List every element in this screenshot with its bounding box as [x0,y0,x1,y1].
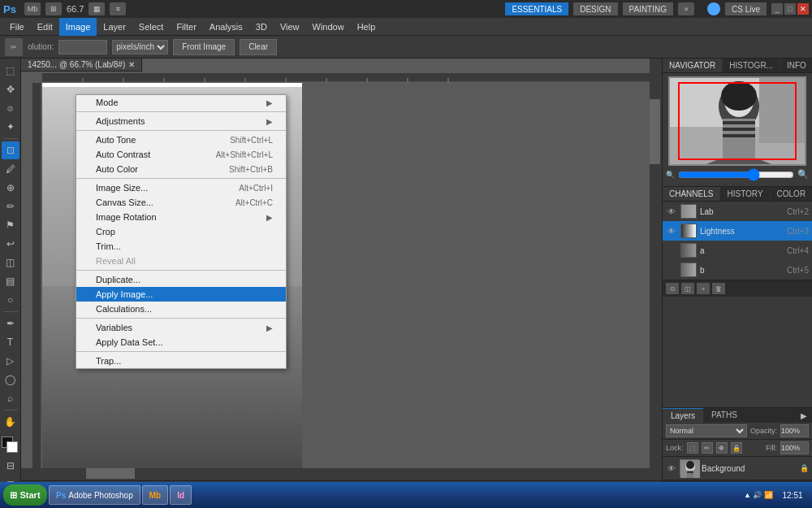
menu-image[interactable]: Image [59,18,97,36]
tab-channels[interactable]: CHANNELS [663,187,720,201]
quick-mask-btn[interactable]: ⊟ [2,457,19,475]
zoom-in-icon[interactable]: 🔍 [797,169,809,180]
channel-eye-lightness[interactable]: 👁 [666,225,677,237]
fill-input[interactable] [780,441,809,454]
tool-lasso[interactable]: ⌾ [2,99,19,117]
load-selection-btn[interactable]: ⊙ [666,283,679,294]
channel-eye-a[interactable]: 👁 [666,245,677,256]
tab-layers[interactable]: Layers [663,408,703,423]
lock-all-btn[interactable]: 🔒 [731,442,742,454]
tab-history[interactable]: HISTORY [720,187,770,201]
menu-3d[interactable]: 3D [249,18,274,36]
tool-brush[interactable]: ✏ [2,198,19,215]
new-channel-btn[interactable]: + [697,283,710,294]
channel-eye-b[interactable]: 👁 [666,264,677,276]
tool-path[interactable]: ▷ [2,352,19,370]
save-selection-btn[interactable]: ◫ [681,283,694,294]
cs-live-btn[interactable]: CS Live [725,2,767,15]
menu-item-apply-image[interactable]: Apply Image... [76,287,286,302]
resolution-input[interactable] [58,40,107,54]
menu-item-image-size[interactable]: Image Size... Alt+Ctrl+I [76,180,286,195]
menu-item-canvas-size[interactable]: Canvas Size... Alt+Ctrl+C [76,195,286,210]
menu-item-auto-color[interactable]: Auto Color Shift+Ctrl+B [76,162,286,176]
menu-item-auto-tone[interactable]: Auto Tone Shift+Ctrl+L [76,132,286,147]
menu-layer[interactable]: Layer [97,18,132,36]
menu-item-apply-dataset[interactable]: Apply Data Set... [76,335,286,350]
vertical-scrollbar[interactable] [650,59,662,484]
menu-analysis[interactable]: Analysis [203,18,249,36]
tool-hand[interactable]: ✋ [2,413,19,431]
channel-row-a[interactable]: 👁 a Ctrl+4 [663,241,812,260]
tool-zoom[interactable]: ⌕ [2,389,19,407]
unit-select[interactable]: pixels/inch [112,40,168,54]
channel-row-lab[interactable]: 👁 Lab Ctrl+2 [663,202,812,221]
taskbar-app-mb[interactable]: Mb [142,485,168,505]
horizontal-scrollbar[interactable] [21,468,650,480]
menu-item-crop[interactable]: Crop [76,224,286,239]
tool-eyedropper[interactable]: 🖉 [2,160,19,178]
channel-row-lightness[interactable]: 👁 Lightness Ctrl+3 [663,221,812,241]
tool-stamp[interactable]: ⚑ [2,216,19,234]
menu-file[interactable]: File [3,18,31,36]
menu-item-adjustments[interactable]: Adjustments ▶ [76,114,286,128]
tool-marquee[interactable]: ⬚ [2,62,19,80]
lock-transparent-btn[interactable]: ⬚ [687,442,698,454]
menu-select[interactable]: Select [132,18,171,36]
painting-btn[interactable]: PAINTING [623,2,673,15]
layer-eye-background[interactable]: 👁 [666,462,677,474]
tool-history-brush[interactable]: ↩ [2,235,19,253]
menu-item-mode[interactable]: Mode ▶ [76,95,286,110]
taskbar-app-id[interactable]: Id [170,485,192,505]
close-btn[interactable]: ✕ [797,3,809,15]
menu-item-variables[interactable]: Variables ▶ [76,320,286,335]
tool-eraser[interactable]: ◫ [2,254,19,271]
minimize-btn[interactable]: _ [771,3,783,15]
layers-expand[interactable]: ▶ [796,408,812,423]
tool-move[interactable]: ✥ [2,80,19,98]
menu-item-trap[interactable]: Trap... [76,354,286,368]
tab-info[interactable]: INFO [780,59,812,72]
more-workspaces-icon[interactable]: » [678,2,694,15]
tool-text[interactable]: T [2,333,19,351]
essentials-btn[interactable]: ESSENTIALS [505,2,568,15]
tab-navigator[interactable]: NAVIGATOR [663,59,723,72]
channel-row-b[interactable]: 👁 b Ctrl+5 [663,260,812,280]
start-button[interactable]: ⊞ Start [3,484,47,506]
tab-paths[interactable]: PATHS [703,408,745,423]
tool-dodge[interactable]: ○ [2,291,19,309]
menu-window[interactable]: Window [306,18,351,36]
fg-bg-colors[interactable] [2,436,19,454]
tab-color[interactable]: COLOR [771,187,812,201]
canvas-tab[interactable]: 14250... @ 66.7% (Lab/8#) ✕ [21,59,142,72]
menu-help[interactable]: Help [351,18,382,36]
canvas-tab-close[interactable]: ✕ [128,60,135,69]
zoom-slider[interactable] [678,172,794,178]
menu-item-duplicate[interactable]: Duplicate... [76,272,286,287]
tool-shape[interactable]: ◯ [2,371,19,389]
tool-crop[interactable]: ⊡ [2,141,19,159]
tool-gradient[interactable]: ▤ [2,272,19,290]
menu-edit[interactable]: Edit [31,18,59,36]
maximize-btn[interactable]: □ [784,3,796,15]
delete-channel-btn[interactable]: 🗑 [712,283,725,294]
zoom-out-icon[interactable]: 🔍 [666,171,675,179]
menu-item-image-rotation[interactable]: Image Rotation ▶ [76,210,286,224]
tool-wand[interactable]: ✦ [2,118,19,136]
taskbar-app-ps[interactable]: Ps Adobe Photoshop [49,485,140,505]
lock-position-btn[interactable]: ✥ [716,442,728,454]
menu-item-trim[interactable]: Trim... [76,239,286,254]
design-btn[interactable]: DESIGN [573,2,617,15]
blend-mode-select[interactable]: Normal [666,424,747,437]
layer-row-background[interactable]: 👁 Background 🔒 [663,457,812,480]
menu-item-calculations[interactable]: Calculations... [76,302,286,316]
menu-item-auto-contrast[interactable]: Auto Contrast Alt+Shift+Ctrl+L [76,147,286,162]
menu-view[interactable]: View [274,18,306,36]
tool-pen[interactable]: ✒ [2,315,19,332]
front-image-btn[interactable]: Front Image [173,39,235,55]
opacity-input[interactable] [780,424,809,437]
tab-histogram[interactable]: HISTOGR... [723,59,780,72]
menu-filter[interactable]: Filter [170,18,202,36]
clear-btn[interactable]: Clear [240,39,277,55]
tool-heal[interactable]: ⊕ [2,179,19,197]
channel-eye-lab[interactable]: 👁 [666,206,677,217]
